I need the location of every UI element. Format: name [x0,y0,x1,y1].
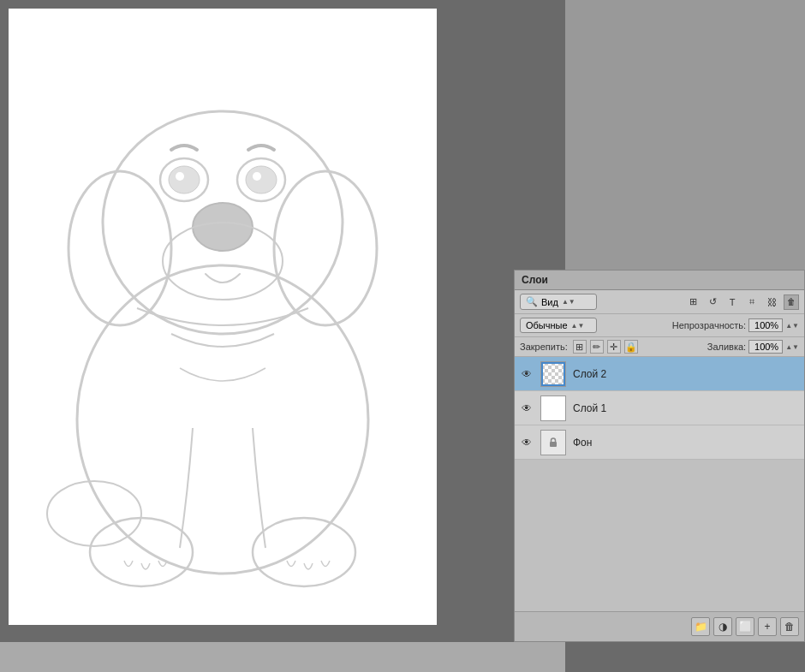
svg-point-6 [176,172,184,181]
fill-label: Заливка: [707,342,746,352]
background-lock-icon [547,437,559,449]
dog-illustration [9,9,437,625]
layers-panel-bottom: 📁 ◑ ⬜ + 🗑 [515,611,804,641]
visibility-icon-layer2[interactable]: 👁 [520,367,534,381]
layers-toolbar-row3: Закрепить: ⊞ ✏ ✛ 🔒 Заливка: 100% ▲▼ [515,337,804,357]
svg-point-2 [69,171,171,325]
layer-thumbnail-2 [540,361,566,387]
layer-name-1: Слой 1 [573,402,606,414]
layer-thumbnail-1 [540,395,566,421]
bottom-bar [0,642,565,672]
link-icon-btn[interactable]: ⛓ [764,294,779,310]
new-layer-from-image-btn[interactable]: ⊞ [685,294,701,310]
new-layer-btn[interactable]: + [758,617,777,636]
visibility-icon-layer1[interactable]: 👁 [520,401,534,415]
blend-mode-select[interactable]: Обычные ▲▼ [520,318,597,333]
svg-point-3 [274,171,377,325]
svg-point-10 [193,203,253,251]
svg-point-0 [77,265,368,574]
layer-item-background[interactable]: 👁 Фон [515,425,804,460]
lock-icons: ⊞ ✏ ✛ 🔒 [573,340,638,354]
view-select[interactable]: 🔍 Вид ▲▼ [520,294,597,310]
blend-chevron-icon: ▲▼ [571,322,585,330]
fill-control: Заливка: 100% ▲▼ [707,340,799,354]
layer-item-2[interactable]: 👁 Слой 2 [515,357,804,391]
svg-point-12 [90,518,193,586]
view-chevron-icon: ▲▼ [562,298,575,306]
layer-name-background: Фон [573,437,592,449]
svg-point-5 [169,166,200,193]
adjustment-layer-btn[interactable]: ◑ [713,617,732,636]
opacity-value[interactable]: 100% [748,318,783,332]
toolbar-icons: ⊞ ↺ T ⌗ ⛓ 🗑 [685,294,799,310]
svg-point-8 [246,166,277,193]
fill-chevron-icon: ▲▼ [785,343,799,351]
delete-btn[interactable]: 🗑 [780,617,799,636]
lock-pixels-btn[interactable]: ✏ [590,340,604,354]
opacity-label: Непрозрачность: [672,320,746,330]
layers-panel-title: Слои [522,274,548,286]
svg-point-13 [253,518,355,586]
crop-icon-btn[interactable]: ⌗ [744,294,760,310]
lock-transparent-btn[interactable]: ⊞ [573,340,587,354]
right-panel-top [565,0,805,270]
visibility-icon-background[interactable]: 👁 [520,436,534,449]
opacity-control: Непрозрачность: 100% ▲▼ [672,318,799,332]
lock-all-btn[interactable]: 🔒 [624,340,638,354]
layer-item-1[interactable]: 👁 Слой 1 [515,391,804,425]
layers-list: 👁 Слой 2 👁 Слой 1 👁 Фон [515,357,804,460]
layer-name-2: Слой 2 [573,368,606,380]
delete-layer-btn[interactable]: 🗑 [784,294,799,310]
svg-point-9 [253,172,261,181]
add-group-btn[interactable]: 📁 [691,617,710,636]
rotate-icon-btn[interactable]: ↺ [705,294,720,310]
text-icon-btn[interactable]: T [724,294,740,310]
svg-rect-15 [550,442,557,447]
add-mask-btn[interactable]: ⬜ [736,617,754,636]
view-label: Вид [541,297,558,307]
layer-thumbnail-background [540,430,566,455]
lock-label: Закрепить: [520,342,568,352]
canvas-document [9,9,437,625]
thumbnail-border [541,362,565,386]
search-icon: 🔍 [526,296,538,307]
lock-position-btn[interactable]: ✛ [607,340,621,354]
layers-panel-header: Слои [515,271,804,290]
layers-toolbar-row2: Обычные ▲▼ Непрозрачность: 100% ▲▼ [515,314,804,337]
blend-mode-label: Обычные [526,320,568,330]
opacity-chevron-icon: ▲▼ [785,322,799,330]
layers-panel: Слои 🔍 Вид ▲▼ ⊞ ↺ T ⌗ ⛓ 🗑 Обычные ▲▼ Неп… [514,270,805,642]
layers-toolbar-row1: 🔍 Вид ▲▼ ⊞ ↺ T ⌗ ⛓ 🗑 [515,290,804,314]
canvas-area [0,0,565,642]
fill-value[interactable]: 100% [748,340,783,354]
